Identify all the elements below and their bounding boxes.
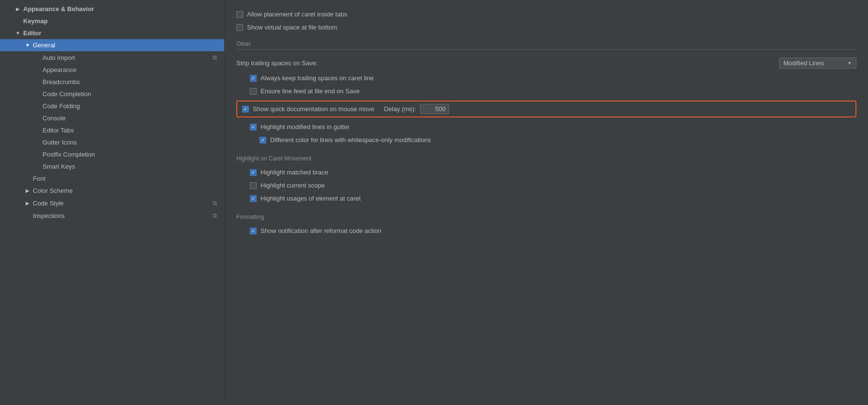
sidebar-item-general[interactable]: ▼ General	[0, 39, 224, 51]
sidebar-item-code-style[interactable]: ▶ Code Style ⧉	[0, 197, 224, 209]
expand-arrow-placeholder	[14, 18, 21, 25]
show-quick-doc-label: Show quick documentation on mouse move	[253, 105, 374, 113]
show-quick-doc-highlighted-row: Show quick documentation on mouse move D…	[236, 101, 856, 117]
expand-arrow-icon: ▶	[24, 200, 31, 206]
highlight-modified-lines-row: Highlight modified lines in gutter	[236, 120, 856, 133]
allow-caret-tabs-checkbox[interactable]	[236, 11, 243, 18]
sidebar-item-code-completion[interactable]: Code Completion	[0, 88, 224, 100]
copy-icon: ⧉	[211, 212, 218, 219]
sidebar-item-code-folding[interactable]: Code Folding	[0, 100, 224, 112]
highlight-usages-label: Highlight usages of element at caret	[260, 195, 361, 202]
sidebar-item-gutter-icons[interactable]: Gutter Icons	[0, 136, 224, 148]
ensure-line-feed-row: Ensure line feed at file end on Save	[236, 85, 856, 98]
sidebar-item-color-scheme[interactable]: ▶ Color Scheme	[0, 185, 224, 197]
sidebar-item-auto-import[interactable]: Auto Import ⧉	[0, 51, 224, 64]
highlight-matched-brace-row: Highlight matched brace	[236, 166, 856, 179]
show-virtual-space-row: Show virtual space at file bottom	[236, 21, 856, 34]
allow-caret-tabs-label: Allow placement of caret inside tabs	[247, 11, 347, 18]
show-notification-checkbox[interactable]	[250, 228, 257, 234]
sidebar-item-appearance[interactable]: Appearance	[0, 64, 224, 76]
sidebar-label: Color Scheme	[33, 187, 72, 194]
sidebar-item-editor-tabs[interactable]: Editor Tabs	[0, 124, 224, 136]
highlight-usages-row: Highlight usages of element at caret	[236, 192, 856, 205]
sidebar-item-inspections[interactable]: Inspections ⧉	[0, 209, 224, 222]
sidebar-item-smart-keys[interactable]: Smart Keys	[0, 160, 224, 173]
show-virtual-space-label: Show virtual space at file bottom	[247, 24, 337, 31]
different-color-row: Different color for lines with whitespac…	[236, 133, 856, 146]
sidebar-label: Keymap	[23, 17, 48, 25]
strip-trailing-label: Strip trailing spaces on Save:	[236, 59, 318, 67]
expand-arrow-icon: ▶	[14, 6, 21, 13]
formatting-section-header: Formatting	[236, 214, 856, 220]
expand-arrow-placeholder	[34, 91, 41, 98]
sidebar-label: Font	[33, 175, 45, 182]
dropdown-arrow-icon: ▼	[847, 60, 852, 66]
expand-arrow-placeholder	[34, 67, 41, 73]
sidebar-label: Code Style	[33, 200, 64, 207]
highlight-matched-brace-checkbox[interactable]	[250, 169, 257, 176]
expand-arrow-placeholder	[24, 175, 31, 182]
show-notification-label: Show notification after reformat code ac…	[260, 227, 381, 234]
expand-arrow-placeholder	[34, 79, 41, 86]
sidebar-label: Auto Import	[43, 54, 75, 61]
allow-caret-tabs-row: Allow placement of caret inside tabs	[236, 8, 856, 21]
sidebar-item-editor[interactable]: ▼ Editor	[0, 27, 224, 39]
expand-arrow-placeholder	[34, 103, 41, 110]
highlight-current-scope-row: Highlight current scope	[236, 179, 856, 192]
different-color-checkbox[interactable]	[260, 137, 266, 144]
always-keep-trailing-label: Always keep trailing spaces on caret lin…	[260, 74, 374, 82]
highlight-modified-lines-label: Highlight modified lines in gutter	[260, 123, 349, 130]
sidebar-label: Console	[43, 115, 66, 122]
sidebar-label: Appearance	[43, 66, 76, 73]
sidebar-item-font[interactable]: Font	[0, 173, 224, 185]
sidebar-label: Code Folding	[43, 102, 80, 110]
expand-arrow-icon: ▶	[24, 188, 31, 194]
different-color-label: Different color for lines with whitespac…	[270, 136, 431, 144]
sidebar-item-breadcrumbs[interactable]: Breadcrumbs	[0, 76, 224, 88]
highlight-caret-section-header: Highlight on Caret Movement	[236, 155, 856, 162]
sidebar: ▶ Appearance & Behavior Keymap ▼ Editor …	[0, 0, 225, 405]
ensure-line-feed-label: Ensure line feed at file end on Save	[260, 87, 360, 95]
sidebar-label: Inspections	[33, 212, 65, 219]
sidebar-label: Gutter Icons	[43, 139, 77, 146]
expand-arrow-placeholder	[34, 151, 41, 158]
sidebar-item-keymap[interactable]: Keymap	[0, 15, 224, 27]
expand-arrow-icon: ▼	[24, 42, 31, 49]
sidebar-item-appearance-behavior[interactable]: ▶ Appearance & Behavior	[0, 3, 224, 15]
strip-trailing-row: Strip trailing spaces on Save: Modified …	[236, 55, 856, 72]
sidebar-label: Code Completion	[43, 90, 91, 98]
show-virtual-space-checkbox[interactable]	[236, 24, 243, 31]
always-keep-trailing-row: Always keep trailing spaces on caret lin…	[236, 72, 856, 85]
delay-label: Delay (ms):	[384, 105, 416, 113]
sidebar-label: Appearance & Behavior	[23, 5, 94, 13]
expand-arrow-placeholder	[24, 212, 31, 219]
highlight-current-scope-checkbox[interactable]	[250, 182, 257, 189]
main-content: Allow placement of caret inside tabs Sho…	[225, 0, 868, 405]
strip-trailing-value: Modified Lines	[783, 59, 824, 67]
expand-arrow-placeholder	[34, 139, 41, 146]
expand-arrow-placeholder	[34, 115, 41, 122]
sidebar-item-console[interactable]: Console	[0, 112, 224, 124]
show-notification-row: Show notification after reformat code ac…	[236, 224, 856, 237]
ensure-line-feed-checkbox[interactable]	[250, 88, 257, 95]
sidebar-label: Breadcrumbs	[43, 78, 80, 86]
copy-icon: ⧉	[211, 54, 218, 61]
copy-icon: ⧉	[211, 199, 218, 207]
strip-trailing-dropdown[interactable]: Modified Lines ▼	[779, 58, 856, 69]
show-quick-doc-checkbox[interactable]	[242, 106, 249, 113]
expand-arrow-placeholder	[34, 54, 41, 61]
sidebar-label: Postfix Completion	[43, 151, 95, 158]
expand-arrow-placeholder	[34, 127, 41, 134]
highlight-current-scope-label: Highlight current scope	[260, 182, 325, 189]
sidebar-label: Editor	[23, 29, 42, 37]
expand-arrow-icon: ▼	[14, 30, 21, 37]
sidebar-label: Smart Keys	[43, 163, 75, 170]
delay-input[interactable]	[420, 104, 449, 114]
highlight-matched-brace-label: Highlight matched brace	[260, 169, 328, 176]
highlight-modified-lines-checkbox[interactable]	[250, 124, 257, 130]
always-keep-trailing-checkbox[interactable]	[250, 75, 257, 82]
sidebar-label: General	[33, 42, 55, 49]
highlight-usages-checkbox[interactable]	[250, 195, 257, 202]
expand-arrow-placeholder	[34, 163, 41, 170]
sidebar-item-postfix-completion[interactable]: Postfix Completion	[0, 148, 224, 160]
